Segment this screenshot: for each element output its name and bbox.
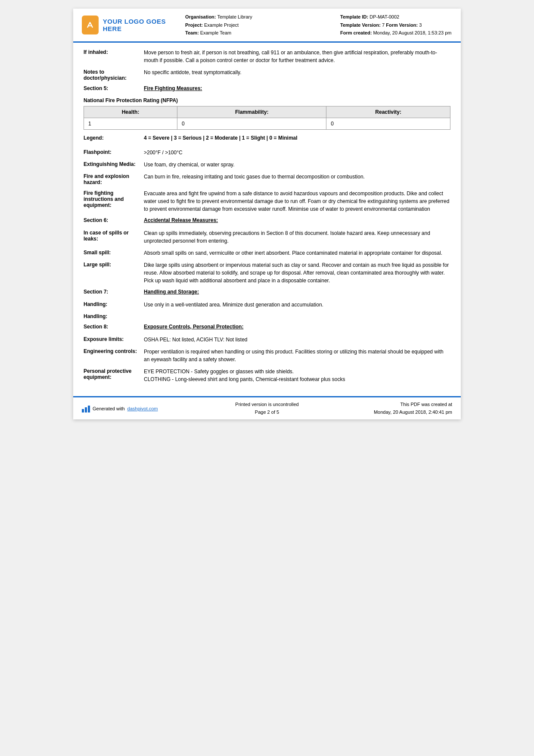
section-5-row: Section 5: Fire Fighting Measures:	[84, 85, 450, 91]
section-8-label: Section 8:	[84, 324, 144, 330]
field-label-explosion: Fire and explosion hazard:	[84, 173, 144, 185]
field-row-handling-2: Handling:	[84, 313, 450, 319]
nfpa-val-reactivity: 0	[326, 118, 450, 130]
org-label: Organisation:	[185, 14, 216, 19]
nfpa-th-flammability: Flammability:	[177, 106, 326, 118]
team-label: Team:	[185, 30, 199, 35]
field-label-large-spill: Large spill:	[84, 261, 144, 268]
field-value-notes: No specific antidote, treat symptomatica…	[144, 69, 450, 76]
template-version-label: Template Version:	[340, 22, 381, 28]
field-label-spills: In case of spills or leaks:	[84, 229, 144, 242]
team-value: Example Team	[200, 30, 232, 35]
nfpa-table: Health: Flammability: Reactivity: 1 0 0	[84, 106, 450, 130]
document-page: YOUR LOGO GOES HERE Organisation: Templa…	[73, 9, 461, 419]
logo-area: YOUR LOGO GOES HERE	[82, 13, 177, 37]
field-value-large-spill: Dike large spills using absorbent or imp…	[144, 261, 450, 284]
nfpa-header-row: Health: Flammability: Reactivity:	[84, 106, 450, 118]
field-row-spills: In case of spills or leaks: Clean up spi…	[84, 229, 450, 245]
section-6-title: Accidental Release Measures:	[144, 217, 450, 223]
field-value-extinguishing: Use foam, dry chemical, or water spray.	[144, 161, 450, 169]
field-label-fire-instructions: Fire fighting instructions and equipment…	[84, 190, 144, 208]
field-label-engineering-controls: Engineering controls:	[84, 348, 144, 354]
section-5-title: Fire Fighting Measures:	[144, 85, 450, 91]
section-6-row: Section 6: Accidental Release Measures:	[84, 217, 450, 223]
page-content: If inhaled: Move person to fresh air, if…	[73, 43, 461, 392]
footer-left: Generated with dashpivot.com	[82, 405, 194, 412]
dashpivot-icon	[82, 405, 90, 412]
footer-center: Printed version is uncontrolled Page 2 o…	[194, 401, 340, 416]
legend-row: Legend: 4 = Severe | 3 = Serious | 2 = M…	[84, 135, 450, 141]
project-label: Project:	[185, 22, 203, 28]
field-row-explosion: Fire and explosion hazard: Can burn in f…	[84, 173, 450, 185]
field-row-handling-1: Handling: Use only in a well-ventilated …	[84, 301, 450, 309]
section-7-row: Section 7: Handling and Storage:	[84, 289, 450, 295]
footer-generated-text: Generated with	[93, 406, 125, 411]
legend-label: Legend:	[84, 135, 144, 141]
document-header: YOUR LOGO GOES HERE Organisation: Templa…	[73, 9, 461, 43]
field-value-inhaled: Move person to fresh air, if person is n…	[144, 49, 450, 64]
form-created-label: Form created:	[340, 30, 372, 35]
form-version-value: 3	[419, 22, 422, 28]
ppe-eye: EYE PROTECTION - Safety goggles or glass…	[144, 368, 450, 375]
template-id-label: Template ID:	[340, 14, 368, 19]
footer-link[interactable]: dashpivot.com	[127, 406, 158, 411]
nfpa-value-row: 1 0 0	[84, 118, 450, 130]
field-row-exposure-limits: Exposure limits: OSHA PEL: Not listed, A…	[84, 336, 450, 344]
field-value-handling-1: Use only in a well-ventilated area. Mini…	[144, 301, 450, 309]
section-7-title: Handling and Storage:	[144, 289, 450, 295]
section-6-label: Section 6:	[84, 217, 144, 223]
footer-uncontrolled: Printed version is uncontrolled	[194, 401, 340, 409]
section-8-row: Section 8: Exposure Controls, Personal P…	[84, 324, 450, 330]
logo-text: YOUR LOGO GOES HERE	[103, 18, 177, 32]
field-label-exposure-limits: Exposure limits:	[84, 336, 144, 342]
document-footer: Generated with dashpivot.com Printed ver…	[73, 396, 461, 419]
field-row-inhaled: If inhaled: Move person to fresh air, if…	[84, 49, 450, 64]
svg-rect-0	[85, 20, 95, 30]
section-7-label: Section 7:	[84, 289, 144, 295]
footer-right: This PDF was created at Monday, 20 Augus…	[340, 401, 452, 416]
footer-pdf-date: Monday, 20 August 2018, 2:40:41 pm	[340, 409, 452, 416]
field-label-ppe: Personal protective equipment:	[84, 368, 144, 380]
field-label-small-spill: Small spill:	[84, 249, 144, 256]
section-5-label: Section 5:	[84, 85, 144, 91]
field-value-flashpoint: >200°F / >100°C	[144, 149, 450, 156]
field-row-engineering-controls: Engineering controls: Proper ventilation…	[84, 348, 450, 363]
ppe-clothing: CLOTHING - Long-sleeved shirt and long p…	[144, 375, 450, 383]
field-row-extinguishing: Extinguishing Media: Use foam, dry chemi…	[84, 161, 450, 169]
form-version-label: Form Version:	[386, 22, 418, 28]
footer-pdf-label: This PDF was created at	[340, 401, 452, 409]
nfpa-th-health: Health:	[84, 106, 177, 118]
template-id-value: DP-MAT-0002	[369, 14, 399, 19]
field-value-exposure-limits: OSHA PEL: Not listed, ACIGH TLV: Not lis…	[144, 336, 450, 344]
field-label-handling-1: Handling:	[84, 301, 144, 307]
field-value-fire-instructions: Evacuate area and fight fire upwind from…	[144, 190, 450, 213]
nfpa-val-health: 1	[84, 118, 177, 130]
field-row-large-spill: Large spill: Dike large spills using abs…	[84, 261, 450, 284]
field-row-flashpoint: Flashpoint: >200°F / >100°C	[84, 149, 450, 156]
header-meta: Organisation: Template Library Project: …	[177, 13, 340, 37]
field-value-explosion: Can burn in fire, releasing irritating a…	[144, 173, 450, 181]
org-value: Template Library	[217, 14, 252, 19]
section-8-title: Exposure Controls, Personal Protection:	[144, 324, 450, 330]
nfpa-heading: National Fire Protection Rating (NFPA)	[84, 97, 450, 103]
field-value-ppe: EYE PROTECTION - Safety goggles or glass…	[144, 368, 450, 383]
field-value-small-spill: Absorb small spills on sand, vermiculite…	[144, 249, 450, 257]
project-value: Example Project	[204, 22, 239, 28]
template-version-value: 7	[382, 22, 385, 28]
field-row-small-spill: Small spill: Absorb small spills on sand…	[84, 249, 450, 257]
legend-value: 4 = Severe | 3 = Serious | 2 = Moderate …	[144, 135, 450, 141]
field-label-extinguishing: Extinguishing Media:	[84, 161, 144, 167]
field-row-ppe: Personal protective equipment: EYE PROTE…	[84, 368, 450, 383]
field-row-notes: Notes to doctor/physician: No specific a…	[84, 69, 450, 81]
field-label-notes: Notes to doctor/physician:	[84, 69, 144, 81]
field-value-engineering-controls: Proper ventilation is required when hand…	[144, 348, 450, 363]
form-created-value: Monday, 20 August 2018, 1:53:23 pm	[373, 30, 451, 35]
nfpa-val-flammability: 0	[177, 118, 326, 130]
field-row-fire-instructions: Fire fighting instructions and equipment…	[84, 190, 450, 213]
footer-page-number: Page 2 of 5	[194, 409, 340, 416]
nfpa-th-reactivity: Reactivity:	[326, 106, 450, 118]
field-label-flashpoint: Flashpoint:	[84, 149, 144, 155]
header-right: Template ID: DP-MAT-0002 Template Versio…	[340, 13, 452, 37]
field-label-handling-2: Handling:	[84, 313, 144, 319]
field-label-inhaled: If inhaled:	[84, 49, 144, 55]
